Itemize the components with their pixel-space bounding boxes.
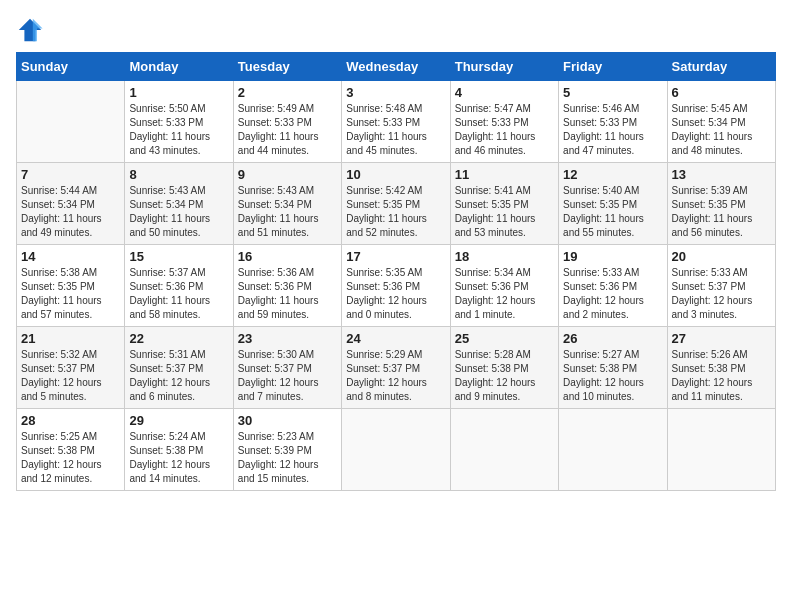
day-info: Sunrise: 5:35 AM Sunset: 5:36 PM Dayligh… [346,266,445,322]
col-header-sunday: Sunday [17,53,125,81]
day-info: Sunrise: 5:46 AM Sunset: 5:33 PM Dayligh… [563,102,662,158]
day-number: 7 [21,167,120,182]
calendar-cell: 9Sunrise: 5:43 AM Sunset: 5:34 PM Daylig… [233,163,341,245]
day-number: 11 [455,167,554,182]
day-info: Sunrise: 5:47 AM Sunset: 5:33 PM Dayligh… [455,102,554,158]
day-number: 27 [672,331,771,346]
day-info: Sunrise: 5:33 AM Sunset: 5:36 PM Dayligh… [563,266,662,322]
day-number: 6 [672,85,771,100]
day-number: 14 [21,249,120,264]
calendar-cell [559,409,667,491]
logo [16,16,48,44]
calendar-cell: 8Sunrise: 5:43 AM Sunset: 5:34 PM Daylig… [125,163,233,245]
calendar-cell [667,409,775,491]
svg-marker-0 [19,19,41,41]
calendar-cell: 17Sunrise: 5:35 AM Sunset: 5:36 PM Dayli… [342,245,450,327]
day-number: 8 [129,167,228,182]
calendar-cell: 28Sunrise: 5:25 AM Sunset: 5:38 PM Dayli… [17,409,125,491]
day-number: 24 [346,331,445,346]
day-number: 1 [129,85,228,100]
calendar-cell: 15Sunrise: 5:37 AM Sunset: 5:36 PM Dayli… [125,245,233,327]
day-info: Sunrise: 5:29 AM Sunset: 5:37 PM Dayligh… [346,348,445,404]
day-info: Sunrise: 5:34 AM Sunset: 5:36 PM Dayligh… [455,266,554,322]
day-info: Sunrise: 5:28 AM Sunset: 5:38 PM Dayligh… [455,348,554,404]
calendar-cell: 1Sunrise: 5:50 AM Sunset: 5:33 PM Daylig… [125,81,233,163]
calendar-cell: 7Sunrise: 5:44 AM Sunset: 5:34 PM Daylig… [17,163,125,245]
calendar-cell: 22Sunrise: 5:31 AM Sunset: 5:37 PM Dayli… [125,327,233,409]
day-info: Sunrise: 5:32 AM Sunset: 5:37 PM Dayligh… [21,348,120,404]
day-number: 26 [563,331,662,346]
calendar-cell: 24Sunrise: 5:29 AM Sunset: 5:37 PM Dayli… [342,327,450,409]
calendar-cell: 5Sunrise: 5:46 AM Sunset: 5:33 PM Daylig… [559,81,667,163]
day-info: Sunrise: 5:50 AM Sunset: 5:33 PM Dayligh… [129,102,228,158]
calendar-cell: 16Sunrise: 5:36 AM Sunset: 5:36 PM Dayli… [233,245,341,327]
day-number: 12 [563,167,662,182]
col-header-saturday: Saturday [667,53,775,81]
calendar-cell: 18Sunrise: 5:34 AM Sunset: 5:36 PM Dayli… [450,245,558,327]
calendar-cell: 20Sunrise: 5:33 AM Sunset: 5:37 PM Dayli… [667,245,775,327]
day-info: Sunrise: 5:41 AM Sunset: 5:35 PM Dayligh… [455,184,554,240]
day-number: 30 [238,413,337,428]
day-number: 25 [455,331,554,346]
day-number: 20 [672,249,771,264]
day-info: Sunrise: 5:26 AM Sunset: 5:38 PM Dayligh… [672,348,771,404]
calendar-table: SundayMondayTuesdayWednesdayThursdayFrid… [16,52,776,491]
calendar-cell: 19Sunrise: 5:33 AM Sunset: 5:36 PM Dayli… [559,245,667,327]
day-number: 23 [238,331,337,346]
day-number: 29 [129,413,228,428]
day-info: Sunrise: 5:23 AM Sunset: 5:39 PM Dayligh… [238,430,337,486]
calendar-cell: 21Sunrise: 5:32 AM Sunset: 5:37 PM Dayli… [17,327,125,409]
day-number: 19 [563,249,662,264]
calendar-cell: 13Sunrise: 5:39 AM Sunset: 5:35 PM Dayli… [667,163,775,245]
day-number: 22 [129,331,228,346]
day-info: Sunrise: 5:31 AM Sunset: 5:37 PM Dayligh… [129,348,228,404]
day-info: Sunrise: 5:30 AM Sunset: 5:37 PM Dayligh… [238,348,337,404]
day-info: Sunrise: 5:42 AM Sunset: 5:35 PM Dayligh… [346,184,445,240]
day-info: Sunrise: 5:39 AM Sunset: 5:35 PM Dayligh… [672,184,771,240]
calendar-cell: 25Sunrise: 5:28 AM Sunset: 5:38 PM Dayli… [450,327,558,409]
calendar-cell: 11Sunrise: 5:41 AM Sunset: 5:35 PM Dayli… [450,163,558,245]
day-number: 3 [346,85,445,100]
col-header-thursday: Thursday [450,53,558,81]
day-number: 18 [455,249,554,264]
day-number: 2 [238,85,337,100]
calendar-cell: 10Sunrise: 5:42 AM Sunset: 5:35 PM Dayli… [342,163,450,245]
day-info: Sunrise: 5:44 AM Sunset: 5:34 PM Dayligh… [21,184,120,240]
calendar-cell: 6Sunrise: 5:45 AM Sunset: 5:34 PM Daylig… [667,81,775,163]
day-number: 17 [346,249,445,264]
day-info: Sunrise: 5:45 AM Sunset: 5:34 PM Dayligh… [672,102,771,158]
calendar-cell: 26Sunrise: 5:27 AM Sunset: 5:38 PM Dayli… [559,327,667,409]
day-info: Sunrise: 5:43 AM Sunset: 5:34 PM Dayligh… [129,184,228,240]
day-number: 28 [21,413,120,428]
day-number: 4 [455,85,554,100]
day-info: Sunrise: 5:37 AM Sunset: 5:36 PM Dayligh… [129,266,228,322]
day-info: Sunrise: 5:43 AM Sunset: 5:34 PM Dayligh… [238,184,337,240]
page-header [16,16,776,44]
calendar-cell: 4Sunrise: 5:47 AM Sunset: 5:33 PM Daylig… [450,81,558,163]
day-info: Sunrise: 5:48 AM Sunset: 5:33 PM Dayligh… [346,102,445,158]
calendar-cell: 27Sunrise: 5:26 AM Sunset: 5:38 PM Dayli… [667,327,775,409]
day-number: 9 [238,167,337,182]
col-header-tuesday: Tuesday [233,53,341,81]
day-number: 21 [21,331,120,346]
calendar-cell: 3Sunrise: 5:48 AM Sunset: 5:33 PM Daylig… [342,81,450,163]
day-info: Sunrise: 5:25 AM Sunset: 5:38 PM Dayligh… [21,430,120,486]
day-info: Sunrise: 5:24 AM Sunset: 5:38 PM Dayligh… [129,430,228,486]
calendar-cell [342,409,450,491]
col-header-wednesday: Wednesday [342,53,450,81]
col-header-monday: Monday [125,53,233,81]
calendar-cell: 14Sunrise: 5:38 AM Sunset: 5:35 PM Dayli… [17,245,125,327]
day-info: Sunrise: 5:40 AM Sunset: 5:35 PM Dayligh… [563,184,662,240]
calendar-cell [17,81,125,163]
calendar-cell: 30Sunrise: 5:23 AM Sunset: 5:39 PM Dayli… [233,409,341,491]
day-info: Sunrise: 5:49 AM Sunset: 5:33 PM Dayligh… [238,102,337,158]
calendar-cell: 29Sunrise: 5:24 AM Sunset: 5:38 PM Dayli… [125,409,233,491]
day-info: Sunrise: 5:33 AM Sunset: 5:37 PM Dayligh… [672,266,771,322]
day-info: Sunrise: 5:36 AM Sunset: 5:36 PM Dayligh… [238,266,337,322]
day-number: 5 [563,85,662,100]
calendar-cell: 23Sunrise: 5:30 AM Sunset: 5:37 PM Dayli… [233,327,341,409]
logo-icon [16,16,44,44]
day-info: Sunrise: 5:27 AM Sunset: 5:38 PM Dayligh… [563,348,662,404]
day-number: 15 [129,249,228,264]
col-header-friday: Friday [559,53,667,81]
